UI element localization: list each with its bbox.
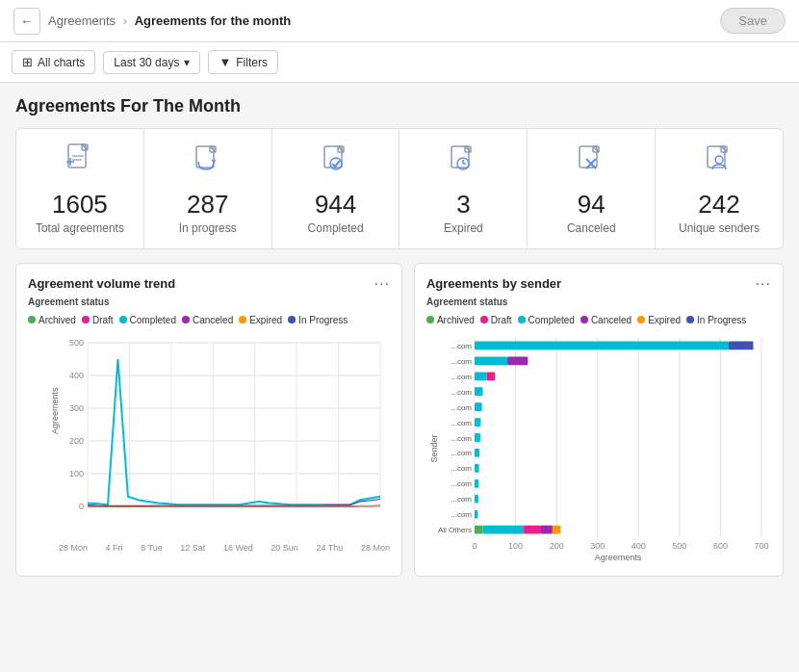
- svg-rect-84: [475, 509, 477, 518]
- legend-dot: [426, 316, 434, 323]
- line-chart-legend: Agreement statusArchivedDraftCompletedCa…: [28, 297, 390, 325]
- svg-rect-86: [475, 525, 483, 533]
- stats-row: 1605Total agreements287In progress944Com…: [15, 128, 784, 249]
- svg-text:...com: ...com: [451, 449, 472, 457]
- bar-chart-svg: 0100200300400500600700Agreements...com..…: [426, 333, 771, 564]
- line-chart-menu-button[interactable]: ···: [374, 275, 390, 293]
- legend-dot: [686, 316, 694, 323]
- svg-text:...com: ...com: [451, 495, 472, 504]
- legend-label: Canceled: [591, 315, 631, 325]
- svg-rect-90: [553, 525, 561, 533]
- line-chart-header: Agreement volume trend ···: [28, 275, 390, 293]
- legend-item: Canceled: [580, 315, 631, 325]
- legend-title: Agreement status: [426, 297, 771, 307]
- legend-label: In Progress: [298, 315, 348, 325]
- x-label: 12 Sat: [180, 543, 205, 553]
- legend-item: In Progress: [686, 315, 746, 325]
- svg-rect-88: [524, 525, 540, 533]
- line-chart-svg: 0100200300400500: [59, 333, 390, 526]
- svg-rect-72: [475, 418, 480, 426]
- bar-chart-header: Agreements by sender ···: [426, 275, 771, 293]
- x-label: 4 Fri: [106, 543, 123, 553]
- save-button[interactable]: Save: [720, 8, 786, 34]
- all-charts-button[interactable]: ⊞ All charts: [12, 50, 95, 74]
- legend-label: Expired: [249, 315, 282, 325]
- legend-dot: [182, 316, 190, 323]
- svg-text:...com: ...com: [451, 510, 472, 519]
- x-label: 20 Sun: [271, 543, 298, 553]
- svg-text:100: 100: [69, 469, 84, 478]
- legend-item: Archived: [28, 315, 76, 325]
- svg-text:400: 400: [631, 541, 646, 551]
- svg-text:...com: ...com: [451, 402, 472, 411]
- stat-number-0: 1605: [52, 190, 108, 220]
- legend-dot: [82, 316, 90, 323]
- svg-text:100: 100: [508, 541, 523, 551]
- stat-icon-1: [191, 142, 225, 184]
- chevron-down-icon: ▾: [184, 56, 190, 69]
- svg-text:All Others: All Others: [438, 526, 472, 534]
- toolbar: ⊞ All charts Last 30 days ▾ ▼ Filters: [0, 42, 799, 83]
- all-charts-label: All charts: [38, 56, 85, 69]
- svg-text:Sender: Sender: [429, 434, 439, 462]
- legend-item: Expired: [239, 315, 282, 325]
- x-label: 24 Thu: [316, 543, 343, 553]
- svg-text:400: 400: [69, 371, 84, 380]
- legend-dot: [239, 316, 246, 323]
- svg-rect-89: [540, 525, 553, 533]
- svg-rect-66: [487, 372, 496, 380]
- bar-chart-card: Agreements by sender ··· Agreement statu…: [414, 263, 784, 577]
- bar-chart-menu-button[interactable]: ···: [756, 275, 771, 293]
- legend-dot: [480, 316, 488, 323]
- svg-point-20: [715, 156, 723, 164]
- svg-text:500: 500: [69, 338, 84, 348]
- legend-dot: [518, 316, 526, 323]
- stat-icon-0: [63, 142, 97, 184]
- svg-rect-76: [475, 449, 479, 457]
- svg-text:700: 700: [754, 541, 768, 551]
- back-button[interactable]: ←: [13, 8, 40, 35]
- back-icon: ←: [20, 13, 34, 29]
- filters-button[interactable]: ▼ Filters: [208, 50, 278, 74]
- legend-label: Draft: [92, 315, 114, 325]
- svg-rect-65: [475, 372, 487, 380]
- svg-rect-9: [451, 146, 469, 168]
- y-axis-label: Agreements: [50, 387, 60, 434]
- svg-rect-82: [475, 494, 478, 503]
- legend-item: Completed: [518, 315, 575, 325]
- bar-chart-title: Agreements by sender: [426, 276, 561, 291]
- page-title: Agreements For The Month: [15, 96, 784, 116]
- stat-icon-2: [319, 142, 353, 184]
- stat-label-2: Completed: [308, 221, 364, 237]
- svg-rect-14: [580, 146, 597, 168]
- legend-dot: [580, 316, 588, 323]
- stat-label-3: Expired: [444, 221, 483, 237]
- breadcrumb: Agreements › Agreements for the month: [48, 13, 291, 28]
- svg-rect-78: [475, 464, 479, 473]
- legend-title: Agreement status: [28, 297, 390, 307]
- svg-text:200: 200: [69, 436, 84, 446]
- svg-text:Agreements: Agreements: [595, 553, 642, 562]
- stat-number-5: 242: [698, 190, 739, 220]
- stat-card-4: 94Canceled: [528, 129, 656, 248]
- legend-label: Completed: [528, 315, 575, 325]
- svg-text:...com: ...com: [451, 479, 472, 488]
- date-filter-button[interactable]: Last 30 days ▾: [103, 51, 200, 74]
- date-filter-label: Last 30 days: [114, 56, 179, 69]
- svg-text:...com: ...com: [451, 464, 472, 473]
- breadcrumb-parent[interactable]: Agreements: [48, 13, 116, 28]
- svg-text:300: 300: [69, 403, 84, 413]
- svg-text:500: 500: [672, 541, 686, 551]
- legend-item: Canceled: [182, 315, 233, 325]
- stat-label-5: Unique senders: [679, 221, 760, 237]
- stat-label-0: Total agreements: [36, 221, 124, 237]
- line-chart-title: Agreement volume trend: [28, 276, 175, 291]
- legend-dot: [28, 316, 36, 323]
- svg-text:600: 600: [713, 541, 728, 551]
- x-label: 28 Mon: [59, 543, 88, 553]
- stat-number-4: 94: [578, 190, 606, 220]
- legend-dot: [119, 316, 127, 323]
- legend-label: In Progress: [697, 315, 746, 325]
- stat-number-1: 287: [187, 190, 228, 220]
- svg-rect-62: [475, 356, 507, 365]
